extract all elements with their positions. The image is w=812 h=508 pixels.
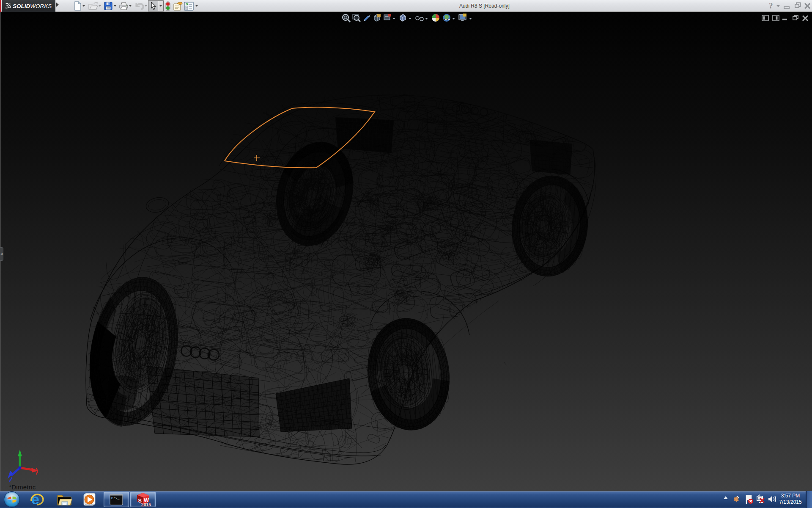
svg-text:C:\_: C:\_: [111, 496, 119, 500]
svg-text:?: ?: [769, 1, 773, 10]
svg-text:2015: 2015: [141, 502, 151, 507]
